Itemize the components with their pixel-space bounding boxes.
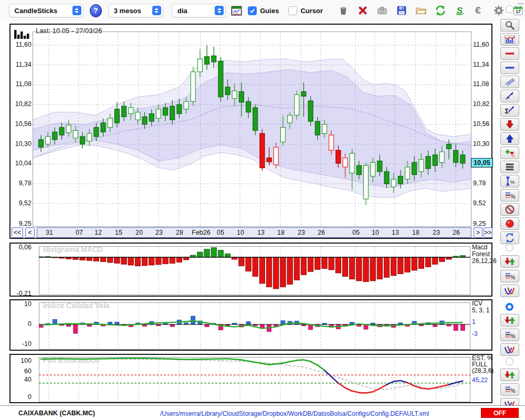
- stoch-axis-label: 60: [12, 368, 32, 375]
- euro-icon[interactable]: €€: [472, 4, 486, 17]
- period-value: 3 mesos: [114, 7, 141, 15]
- date-tick: 23: [155, 229, 163, 236]
- tool-levels-button[interactable]: [500, 161, 519, 173]
- macd-radio[interactable]: [506, 244, 513, 251]
- interval-select[interactable]: dia: [172, 4, 226, 17]
- tool-sigma-trend-button[interactable]: Σ: [500, 104, 519, 117]
- date-tick: 13: [257, 229, 265, 236]
- stoch-lines-percent-button[interactable]: %: [500, 383, 519, 396]
- tool-trendline-button[interactable]: [500, 90, 519, 102]
- sync-dollar-icon[interactable]: S: [453, 4, 467, 17]
- charting-app-window: CandleSticks ? 3 mesos dia: [0, 0, 525, 420]
- price-label-right: 10,56: [473, 120, 496, 128]
- icv-signal-arrows-button[interactable]: [500, 314, 519, 327]
- off-button[interactable]: OFF: [481, 408, 519, 418]
- icv-radio[interactable]: [506, 303, 513, 311]
- chevron-up-down-icon: [72, 6, 81, 15]
- stoch-axis-label: 100: [12, 357, 32, 365]
- tool-record-button[interactable]: [500, 217, 519, 230]
- tool-price-chart-button[interactable]: [500, 33, 519, 46]
- main-chart-panel: Last: 10.05 - 27/03/26 10,05 << < 310712…: [9, 24, 492, 239]
- fast-back-button[interactable]: <<: [12, 227, 23, 238]
- icv-canvas[interactable]: [39, 302, 470, 350]
- checkbox-box: [248, 6, 257, 15]
- tool-forbidden-button[interactable]: [500, 203, 519, 216]
- chart-type-value: CandleSticks: [15, 7, 58, 15]
- toolbar-icon-row: S€€17: [337, 4, 525, 17]
- stochastic-panel: Full Estocastico EST. % FULL (28,3,6) 45…: [9, 354, 492, 403]
- date-tick: 12: [94, 229, 102, 236]
- candlestick-canvas[interactable]: [33, 32, 471, 227]
- icv-line-value: 1: [472, 319, 476, 326]
- svg-text:%: %: [510, 194, 515, 200]
- price-label-left: 9,52: [12, 200, 32, 207]
- price-label-right: 10,82: [473, 100, 496, 108]
- price-label-right: 9,25: [473, 220, 496, 228]
- period-select[interactable]: 3 mesos: [108, 4, 163, 17]
- cursor-checkbox[interactable]: Cursor: [288, 6, 323, 15]
- price-label-left: 10,30: [12, 140, 32, 148]
- date-tick: 10: [372, 229, 379, 236]
- fast-forward-button[interactable]: >>: [484, 227, 492, 238]
- tool-add-markers-button[interactable]: [500, 146, 519, 159]
- checkbox-box: [288, 6, 297, 15]
- date-tick: 20: [135, 229, 143, 236]
- date-navigator: << < 31071215202328Feb260510131823260510…: [10, 227, 491, 238]
- tool-magnifier-button[interactable]: [500, 19, 519, 32]
- save-icon[interactable]: [395, 4, 408, 17]
- date-tick: 15: [115, 229, 122, 236]
- date-tick: 28: [176, 229, 183, 236]
- macd-signal-arrows-button[interactable]: [500, 255, 519, 268]
- date-tick: 10: [237, 229, 244, 236]
- tool-blue-hline-button[interactable]: [500, 61, 519, 74]
- date-tick: 07: [76, 229, 83, 236]
- macd-lines-percent-button[interactable]: %: [500, 270, 519, 282]
- guies-checkbox[interactable]: Guies: [248, 6, 279, 15]
- back-button[interactable]: <: [25, 227, 35, 238]
- date-tick: 26: [453, 229, 460, 236]
- stoch-radio[interactable]: [506, 358, 513, 365]
- macd-axis-label: -0,21: [12, 290, 32, 298]
- stochastic-canvas[interactable]: [39, 357, 470, 402]
- help-button[interactable]: ?: [90, 4, 102, 17]
- config-path-link[interactable]: /Users/mserra/Library/CloudStorage/Dropb…: [160, 410, 429, 417]
- icv-params: 5, 3, 1: [472, 307, 489, 314]
- forward-button[interactable]: >: [474, 227, 482, 238]
- chart-settings-icon[interactable]: [230, 4, 243, 17]
- date-axis-strip[interactable]: 31071215202328Feb26051013182326051013182…: [37, 227, 471, 238]
- tool-refresh-blue-button[interactable]: [500, 232, 519, 244]
- calendar-icon[interactable]: 17: [511, 4, 525, 17]
- tool-arrow-up-blue-button[interactable]: [500, 132, 519, 145]
- stoch-params: (28,3,6): [472, 368, 494, 374]
- price-label-left: 10,56: [12, 120, 32, 128]
- refresh-green-icon[interactable]: [434, 4, 447, 17]
- tool-channel-button[interactable]: [500, 76, 519, 88]
- date-tick: 18: [277, 229, 285, 236]
- delete-icon[interactable]: [356, 4, 370, 17]
- stoch-axis-label: 0: [12, 393, 32, 401]
- tool-range-percent-button[interactable]: %: [500, 175, 519, 187]
- price-label-left: 10,82: [12, 100, 32, 108]
- macd-right-line: 26,12,26: [472, 257, 497, 265]
- tool-lines-percent-button[interactable]: %: [500, 189, 519, 202]
- icv-axis-label: 0: [12, 320, 32, 328]
- macd-stoch-curve-button[interactable]: [500, 285, 519, 297]
- last-price-badge: 10,05: [471, 158, 493, 167]
- macd-right-line: Macd: [472, 244, 487, 251]
- open-folder-icon[interactable]: [414, 4, 428, 17]
- symbol-label: CAIXABANK (CABK.MC): [18, 410, 95, 417]
- tool-red-hline-button[interactable]: [500, 47, 519, 60]
- icv-lines-percent-button[interactable]: %: [500, 329, 519, 341]
- stoch-signal-arrows-button[interactable]: [500, 369, 519, 381]
- camera-icon[interactable]: [375, 4, 389, 17]
- icv-stoch-curve-button[interactable]: [500, 343, 519, 356]
- gear-icon[interactable]: [492, 4, 506, 17]
- tool-arrow-down-red-button[interactable]: [500, 118, 519, 131]
- chart-type-select[interactable]: CandleSticks: [9, 4, 83, 17]
- trash-icon[interactable]: [337, 4, 350, 17]
- price-label-right: 9,52: [473, 200, 496, 207]
- macd-canvas[interactable]: [39, 246, 470, 295]
- date-tick: 18: [412, 229, 419, 236]
- price-label-left: 9,78: [12, 180, 32, 187]
- toolbar-radio[interactable]: [506, 5, 513, 13]
